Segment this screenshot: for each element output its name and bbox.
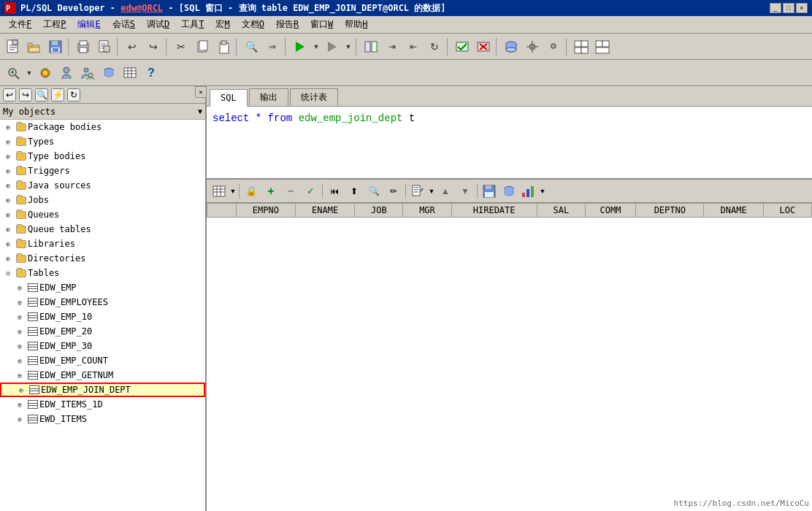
- rt-pencil-btn[interactable]: ✏: [384, 182, 403, 200]
- toolbar-new-btn[interactable]: [3, 36, 23, 57]
- rt-save-btn[interactable]: [480, 182, 499, 200]
- menu-edit[interactable]: 编辑E: [72, 17, 106, 32]
- panel-search-btn[interactable]: 🔍: [35, 88, 48, 101]
- toolbar-windows-btn[interactable]: [571, 36, 591, 57]
- menu-debug[interactable]: 调试D: [141, 17, 175, 32]
- col-sal[interactable]: SAL: [537, 204, 585, 218]
- menu-report[interactable]: 报告R: [270, 17, 304, 32]
- tree-view[interactable]: ⊕ Package bodies ⊕ Types ⊕ Type bodies ⊕…: [0, 120, 205, 511]
- col-hiredate[interactable]: HIREDATE: [451, 204, 537, 218]
- col-empno[interactable]: EMPNO: [236, 204, 295, 218]
- tree-item-jobs[interactable]: ⊕ Jobs: [0, 193, 205, 207]
- toolbar-preview-btn[interactable]: [94, 36, 115, 57]
- toolbar-stop-dropdown[interactable]: ▼: [343, 36, 353, 57]
- objects-dropdown-btn[interactable]: ▼: [198, 107, 202, 115]
- toolbar-save-btn[interactable]: [45, 36, 66, 57]
- toolbar-indent-btn[interactable]: ⇥: [382, 36, 402, 57]
- rt-export-btn[interactable]: [408, 182, 427, 200]
- menu-docs[interactable]: 文档O: [236, 17, 270, 32]
- tree-item-edw-emp-30[interactable]: ⊕ EDW_EMP_30: [0, 339, 205, 353]
- menu-help[interactable]: 帮助H: [339, 17, 373, 32]
- toolbar-findnext-btn[interactable]: ⇒: [262, 36, 283, 57]
- rt-chart-dropdown[interactable]: ▼: [539, 182, 546, 200]
- tree-item-queue-tables[interactable]: ⊕ Queue tables: [0, 222, 205, 237]
- toolbar-rollback-btn[interactable]: [473, 36, 494, 57]
- toolbar-redo-btn[interactable]: ↪: [143, 36, 164, 57]
- rt-delete-btn[interactable]: −: [281, 182, 300, 200]
- panel-forward-btn[interactable]: ↪: [19, 88, 32, 101]
- col-deptno[interactable]: DEPTNO: [636, 204, 704, 218]
- toolbar-copy-btn[interactable]: [192, 36, 212, 57]
- tree-item-package-bodies[interactable]: ⊕ Package bodies: [0, 120, 205, 134]
- maximize-button[interactable]: □: [783, 3, 794, 13]
- toolbar-print-btn[interactable]: [73, 36, 93, 57]
- rt-add-btn[interactable]: +: [261, 182, 280, 200]
- rt-find-btn[interactable]: 🔍: [364, 182, 383, 200]
- toolbar-more-btn[interactable]: [592, 36, 613, 57]
- tree-item-libraries[interactable]: ⊕ Libraries: [0, 237, 205, 251]
- menu-file[interactable]: 文件F: [3, 17, 37, 32]
- rt-grid-btn[interactable]: [210, 182, 229, 200]
- col-loc[interactable]: LOC: [763, 204, 811, 218]
- minimize-button[interactable]: _: [770, 3, 781, 13]
- toolbar-config-btn[interactable]: [522, 36, 543, 57]
- toolbar-open-btn[interactable]: [24, 36, 45, 57]
- rt-up-btn[interactable]: ▲: [436, 182, 455, 200]
- tab-sql[interactable]: SQL: [210, 89, 248, 107]
- tree-item-ewd-items[interactable]: ⊕ EWD_ITEMS: [0, 412, 205, 426]
- toolbar-db-btn[interactable]: [501, 36, 521, 57]
- toolbar-run-btn[interactable]: [290, 36, 310, 57]
- toolbar-commit-btn[interactable]: [452, 36, 472, 57]
- rt-lock-btn[interactable]: 🔒: [242, 182, 261, 200]
- tree-item-edw-employees[interactable]: ⊕ EDW_EMPLOYEES: [0, 295, 205, 310]
- tree-item-edw-emp-20[interactable]: ⊕ EDW_EMP_20: [0, 324, 205, 339]
- toolbar2-settings-btn[interactable]: [35, 63, 55, 83]
- tree-item-edw-emp-count[interactable]: ⊕ EDW_EMP_COUNT: [0, 353, 205, 368]
- rt-load-btn[interactable]: [499, 182, 518, 200]
- menu-project[interactable]: 工程P: [37, 17, 72, 32]
- rt-prev-btn[interactable]: ⬆: [345, 182, 364, 200]
- toolbar2-person2-btn[interactable]: [77, 63, 98, 83]
- rt-down-btn[interactable]: ▼: [456, 182, 475, 200]
- rt-chart-btn[interactable]: [519, 182, 538, 200]
- tree-item-tables[interactable]: ⊖ Tables: [0, 266, 205, 280]
- col-job[interactable]: JOB: [355, 204, 403, 218]
- menu-window[interactable]: 窗口W: [304, 17, 339, 32]
- rt-export-dropdown[interactable]: ▼: [428, 182, 435, 200]
- col-comm[interactable]: COMM: [585, 204, 635, 218]
- tree-item-directories[interactable]: ⊕ Directories: [0, 251, 205, 266]
- toolbar-refresh-btn[interactable]: ↻: [424, 36, 445, 57]
- col-mgr[interactable]: MGR: [403, 204, 451, 218]
- toolbar2-table-btn[interactable]: [120, 63, 140, 83]
- results-grid[interactable]: EMPNO ENAME JOB MGR HIREDATE SAL COMM DE…: [207, 203, 812, 511]
- col-ename[interactable]: ENAME: [295, 204, 354, 218]
- tree-item-edw-emp-join-dept[interactable]: ⊕ EDW_EMP_JOIN_DEPT: [0, 383, 205, 397]
- tree-item-edw-items-1d[interactable]: ⊕ EDW_ITEMS_1D: [0, 397, 205, 412]
- tree-item-triggers[interactable]: ⊕ Triggers: [0, 164, 205, 178]
- toolbar-run-dropdown[interactable]: ▼: [311, 36, 321, 57]
- panel-refresh-btn[interactable]: ↻: [67, 88, 80, 101]
- toolbar-find-btn[interactable]: 🔍: [241, 36, 261, 57]
- toolbar-undo-btn[interactable]: ↩: [122, 36, 142, 57]
- tree-item-edw-emp-10[interactable]: ⊕ EDW_EMP_10: [0, 310, 205, 324]
- tree-item-type-bodies[interactable]: ⊕ Type bodies: [0, 149, 205, 164]
- panel-back-btn[interactable]: ↩: [3, 88, 16, 101]
- rt-first-btn[interactable]: ⏮: [325, 182, 344, 200]
- toolbar-stop-btn[interactable]: [322, 36, 342, 57]
- panel-find-btn[interactable]: ⚡: [51, 88, 64, 101]
- tree-item-queues[interactable]: ⊕ Queues: [0, 207, 205, 222]
- tab-output[interactable]: 输出: [249, 88, 288, 106]
- close-button[interactable]: ×: [796, 3, 808, 13]
- rt-grid-dropdown[interactable]: ▼: [229, 182, 237, 200]
- toolbar-compare-btn[interactable]: [361, 36, 381, 57]
- rt-check-btn[interactable]: ✓: [301, 182, 320, 200]
- menu-session[interactable]: 会话S: [107, 17, 141, 32]
- tab-stats[interactable]: 统计表: [290, 88, 338, 106]
- col-dname[interactable]: DNAME: [704, 204, 763, 218]
- toolbar2-zoom-btn[interactable]: [3, 63, 23, 83]
- tree-item-java-sources[interactable]: ⊕ Java sources: [0, 178, 205, 193]
- toolbar2-db2-btn[interactable]: [99, 63, 119, 83]
- menu-macro[interactable]: 宏M: [210, 17, 235, 32]
- toolbar2-person-btn[interactable]: [56, 63, 77, 83]
- toolbar-outdent-btn[interactable]: ⇤: [403, 36, 424, 57]
